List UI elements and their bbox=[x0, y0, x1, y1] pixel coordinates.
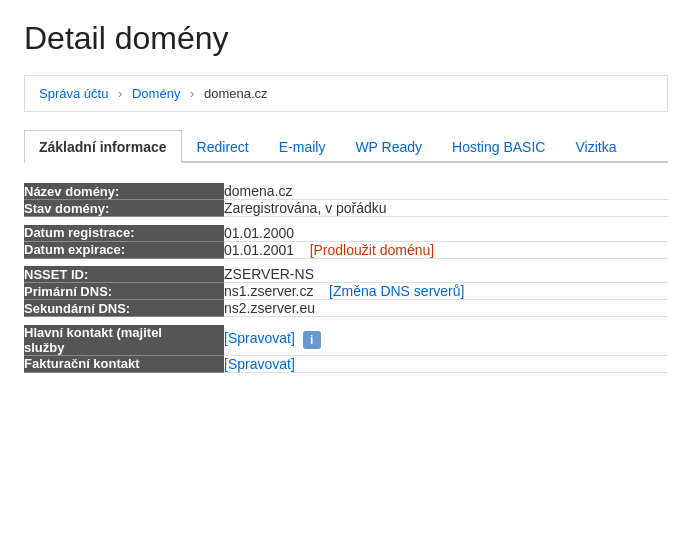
tab-zakladni[interactable]: Základní informace bbox=[24, 130, 182, 163]
page-title: Detail domény bbox=[24, 20, 668, 57]
value-nsset: ZSERVER-NS bbox=[224, 266, 668, 283]
label-reg-date: Datum registrace: bbox=[24, 225, 224, 242]
exp-date-value: 01.01.2001 bbox=[224, 242, 294, 258]
table-row: Hlavní kontakt (majitelslužby [Spravovat… bbox=[24, 325, 668, 356]
manage-billing-contact-link[interactable]: [Spravovat] bbox=[224, 356, 295, 372]
table-row: Datum registrace: 01.01.2000 bbox=[24, 225, 668, 242]
breadcrumb-link-domains[interactable]: Domény bbox=[132, 86, 180, 101]
tab-wpready[interactable]: WP Ready bbox=[340, 130, 437, 163]
breadcrumb-sep-1: › bbox=[118, 86, 122, 101]
spacer-row bbox=[24, 217, 668, 225]
tab-emaily[interactable]: E-maily bbox=[264, 130, 341, 163]
tabs-bar: Základní informace Redirect E-maily WP R… bbox=[24, 130, 668, 163]
value-reg-date: 01.01.2000 bbox=[224, 225, 668, 242]
page-wrapper: Detail domény Správa účtu › Domény › dom… bbox=[0, 0, 692, 397]
spacer-row bbox=[24, 317, 668, 325]
table-row: Datum expirace: 01.01.2001 [Prodloužit d… bbox=[24, 241, 668, 258]
tab-hosting[interactable]: Hosting BASIC bbox=[437, 130, 560, 163]
label-domain-name: Název domény: bbox=[24, 183, 224, 200]
value-domain-name: domena.cz bbox=[224, 183, 668, 200]
breadcrumb-link-account[interactable]: Správa účtu bbox=[39, 86, 108, 101]
label-primary-dns: Primární DNS: bbox=[24, 283, 224, 300]
table-row: Název domény: domena.cz bbox=[24, 183, 668, 200]
table-row: Fakturační kontakt [Spravovat] bbox=[24, 355, 668, 372]
breadcrumb: Správa účtu › Domény › domena.cz bbox=[24, 75, 668, 112]
label-domain-status: Stav domény: bbox=[24, 200, 224, 217]
breadcrumb-current: domena.cz bbox=[204, 86, 268, 101]
value-secondary-dns: ns2.zserver.eu bbox=[224, 300, 668, 317]
label-exp-date: Datum expirace: bbox=[24, 241, 224, 258]
value-main-contact: [Spravovat] i bbox=[224, 325, 668, 356]
change-dns-link[interactable]: [Změna DNS serverů] bbox=[329, 283, 464, 299]
extend-domain-link[interactable]: [Prodloužit doménu] bbox=[310, 242, 435, 258]
detail-table: Název domény: domena.cz Stav domény: Zar… bbox=[24, 183, 668, 373]
manage-main-contact-link[interactable]: [Spravovat] bbox=[224, 330, 295, 346]
spacer-row bbox=[24, 258, 668, 266]
label-billing-contact: Fakturační kontakt bbox=[24, 355, 224, 372]
label-main-contact: Hlavní kontakt (majitelslužby bbox=[24, 325, 224, 356]
value-billing-contact: [Spravovat] bbox=[224, 355, 668, 372]
tab-redirect[interactable]: Redirect bbox=[182, 130, 264, 163]
value-exp-date: 01.01.2001 [Prodloužit doménu] bbox=[224, 241, 668, 258]
label-nsset: NSSET ID: bbox=[24, 266, 224, 283]
label-secondary-dns: Sekundární DNS: bbox=[24, 300, 224, 317]
table-row: Sekundární DNS: ns2.zserver.eu bbox=[24, 300, 668, 317]
info-icon[interactable]: i bbox=[303, 331, 321, 349]
table-row: NSSET ID: ZSERVER-NS bbox=[24, 266, 668, 283]
primary-dns-value: ns1.zserver.cz bbox=[224, 283, 313, 299]
value-primary-dns: ns1.zserver.cz [Změna DNS serverů] bbox=[224, 283, 668, 300]
value-domain-status: Zaregistrována, v pořádku bbox=[224, 200, 668, 217]
breadcrumb-sep-2: › bbox=[190, 86, 194, 101]
table-row: Primární DNS: ns1.zserver.cz [Změna DNS … bbox=[24, 283, 668, 300]
tab-vizitka[interactable]: Vizitka bbox=[560, 130, 631, 163]
table-row: Stav domény: Zaregistrována, v pořádku bbox=[24, 200, 668, 217]
